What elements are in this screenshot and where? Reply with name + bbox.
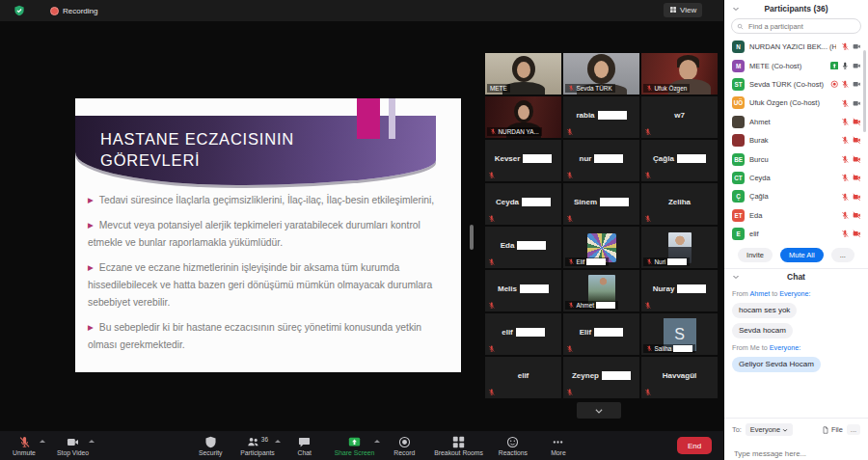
record-button[interactable]: Record xyxy=(386,436,422,456)
chat-message-meta: From Me to Everyone: xyxy=(732,343,860,352)
video-tile[interactable]: Ufuk Özgen xyxy=(641,53,718,95)
participant-avatar: ST xyxy=(732,78,745,91)
participant-row[interactable]: NNURDAN YAZICI BEK... (Host, me) xyxy=(724,38,868,56)
participant-avatar: BE xyxy=(732,153,745,166)
search-input[interactable] xyxy=(746,21,855,32)
more-icon xyxy=(552,436,564,448)
more-button[interactable]: More xyxy=(540,436,577,456)
participant-row[interactable]: CTCeyda xyxy=(724,169,868,187)
video-tile[interactable]: Ahmet xyxy=(563,270,639,311)
chat-message-group: From Me to Everyone:Geliyor Sevda Hocam xyxy=(732,343,860,374)
participants-button[interactable]: 36Participants xyxy=(237,436,278,456)
participant-row[interactable]: UÖUfuk Özgen (Co-host) xyxy=(724,94,868,112)
stop-video-button[interactable]: Stop Video xyxy=(54,436,92,456)
chevron-up-icon[interactable] xyxy=(275,440,281,443)
slide-accent-strip xyxy=(389,98,395,139)
video-tile[interactable]: Ceyda xyxy=(485,183,561,225)
video-tile[interactable]: SSaliha xyxy=(641,313,718,355)
view-button[interactable]: View xyxy=(664,3,702,17)
muted-mic-icon xyxy=(566,128,574,136)
video-tile[interactable]: Sinem xyxy=(563,183,639,225)
participant-row[interactable]: ETEda xyxy=(724,206,868,225)
chevron-up-icon[interactable] xyxy=(374,440,380,443)
muted-mic-icon xyxy=(644,302,652,310)
participant-name: Ufuk Özgen xyxy=(655,85,688,92)
chat-messages: From Ahmet to Everyone:hocam ses yokSevd… xyxy=(724,284,868,418)
video-tile[interactable]: Çağla xyxy=(641,140,718,181)
video-tile[interactable]: Nuray xyxy=(641,270,718,311)
participant-row[interactable]: Ahmet xyxy=(724,113,868,131)
chevron-up-icon[interactable] xyxy=(89,440,95,443)
muted-mic-icon xyxy=(841,155,850,164)
participant-row[interactable]: MMETE (Co-host) xyxy=(724,56,868,74)
redacted-name-box xyxy=(667,258,687,265)
video-tile[interactable]: Elif xyxy=(563,313,639,355)
end-meeting-button[interactable]: End xyxy=(677,437,712,454)
video-tile[interactable]: NURDAN YA... xyxy=(485,96,561,138)
chat-message-bubble: hocam ses yok xyxy=(732,303,797,318)
video-tile[interactable]: Kevser xyxy=(485,140,561,181)
participant-name: elif xyxy=(518,371,529,380)
muted-mic-icon xyxy=(646,85,653,92)
chevron-up-icon[interactable] xyxy=(40,440,45,443)
participant-row[interactable]: Eelif xyxy=(724,225,868,243)
collapse-chat-icon[interactable] xyxy=(732,273,740,281)
video-tile[interactable]: Nuri xyxy=(641,227,718,268)
share-screen-icon xyxy=(348,436,361,448)
muted-mic-icon xyxy=(841,118,850,126)
meeting-toolbar: UnmuteStop Video Security36ParticipantsC… xyxy=(0,431,723,460)
collapse-participants-icon[interactable] xyxy=(732,5,740,13)
participant-avatar: Ç xyxy=(732,190,745,203)
participant-name: Ceyda xyxy=(496,198,519,206)
muted-mic-icon xyxy=(841,136,850,145)
video-tile[interactable]: elif xyxy=(485,357,561,398)
video-tile[interactable]: Melis xyxy=(485,270,561,311)
video-tile[interactable]: METE xyxy=(485,53,561,95)
redacted-name-box xyxy=(516,328,545,337)
video-tile[interactable]: Zeynep xyxy=(563,357,639,398)
chat-more-button[interactable]: ... xyxy=(847,424,860,435)
video-tile[interactable]: elif xyxy=(485,313,561,355)
video-tile[interactable]: w7 xyxy=(641,96,718,138)
participant-name: elif xyxy=(502,328,513,337)
video-tile[interactable]: nur xyxy=(563,140,639,181)
unmute-button[interactable]: Unmute xyxy=(6,436,42,456)
camera-icon xyxy=(853,62,861,70)
participant-row[interactable]: ÇÇağla xyxy=(724,187,868,205)
participant-search[interactable] xyxy=(731,18,861,34)
chat-icon xyxy=(298,436,311,448)
recipient-dropdown[interactable]: Everyone xyxy=(746,423,793,436)
breakout-rooms-button[interactable]: Breakout Rooms xyxy=(431,436,486,456)
video-tile[interactable]: Havvagül xyxy=(641,357,718,398)
redacted-name-box xyxy=(602,371,631,380)
scrollbar-thumb[interactable] xyxy=(863,50,866,132)
reactions-button[interactable]: Reactions xyxy=(495,436,531,456)
scrollbar-thumb[interactable] xyxy=(470,225,474,250)
bullet-marker-icon: ▶ xyxy=(88,263,94,272)
video-tile[interactable]: Elif xyxy=(563,227,639,268)
participant-row[interactable]: STSevda TÜRK (Co-host) xyxy=(724,75,868,94)
security-button[interactable]: Security xyxy=(192,436,229,456)
mute-all-button[interactable]: Mute All xyxy=(780,248,824,262)
redacted-name-box xyxy=(586,258,606,265)
muted-mic-icon xyxy=(644,172,652,179)
participant-row[interactable]: BEBurcu xyxy=(724,149,868,168)
video-tile[interactable]: rabia xyxy=(563,96,639,138)
video-tile[interactable]: Eda xyxy=(485,227,561,268)
invite-button[interactable]: Invite xyxy=(738,248,773,262)
share-screen-button[interactable]: Share Screen xyxy=(332,436,378,456)
participant-row[interactable]: Burak xyxy=(724,131,868,149)
participant-name: Elif xyxy=(580,328,591,337)
video-tile[interactable]: Zeliha xyxy=(641,183,718,225)
grid-next-page-button[interactable] xyxy=(577,402,621,419)
video-tile[interactable]: Sevda TÜRK xyxy=(563,53,639,95)
redacted-name-box xyxy=(677,284,706,293)
more-options-button[interactable]: ... xyxy=(831,248,854,262)
participant-name: Ufuk Özgen (Co-host) xyxy=(749,98,836,107)
chat-button[interactable]: Chat xyxy=(286,436,323,456)
participant-name: rabia xyxy=(576,111,594,120)
file-button[interactable]: File xyxy=(822,425,843,434)
chat-message-input[interactable] xyxy=(732,448,864,459)
recording-indicator[interactable]: Recording xyxy=(50,7,97,15)
participant-list: NNURDAN YAZICI BEK... (Host, me)MMETE (C… xyxy=(724,38,868,243)
